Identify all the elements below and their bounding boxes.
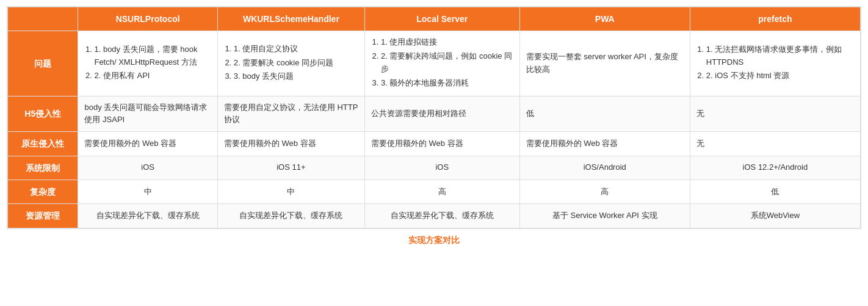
header-wkurlschemehandler: WKURLSchemeHandler <box>217 7 364 31</box>
table-cell-r1-c1: 需要使用自定义协议，无法使用 HTTP 协议 <box>217 96 364 132</box>
table-cell-r4-c0: 中 <box>78 180 217 203</box>
table-cell-r2-c3: 需要使用额外的 Web 容器 <box>519 132 690 156</box>
table-row: 资源管理自实现差异化下载、缓存系统自实现差异化下载、缓存系统自实现差异化下载、缓… <box>8 204 861 228</box>
table-cell-r2-c0: 需要使用额外的 Web 容器 <box>78 132 217 156</box>
table-cell-r2-c2: 需要使用额外的 Web 容器 <box>364 132 519 156</box>
list-item: 2. 需要解决 cookie 同步问题 <box>234 57 358 70</box>
header-pwa: PWA <box>519 7 690 31</box>
table-cell-r2-c4: 无 <box>690 132 860 156</box>
table-cell-r1-c4: 无 <box>690 96 860 132</box>
list-item: 1. body 丢失问题，需要 hook Fetch/ XMLHttpReque… <box>94 43 211 69</box>
table-cell-r0-c1: 1. 使用自定义协议2. 需要解决 cookie 同步问题3. body 丢失问… <box>217 31 364 96</box>
row-header-1: H5侵入性 <box>8 96 78 132</box>
table-cell-r4-c1: 中 <box>217 180 364 203</box>
header-nsurlprotocol: NSURLProtocol <box>78 7 217 31</box>
table-cell-r4-c3: 高 <box>519 180 690 203</box>
table-cell-r5-c4: 系统WebView <box>690 204 860 228</box>
row-header-2: 原生侵入性 <box>8 132 78 156</box>
table-cell-r3-c2: iOS <box>364 156 519 180</box>
table-cell-r5-c2: 自实现差异化下载、缓存系统 <box>364 204 519 228</box>
table-cell-r4-c2: 高 <box>364 180 519 203</box>
list-item: 1. 无法拦截网络请求做更多事情，例如 HTTPDNS <box>706 43 854 69</box>
list-item: 3. body 丢失问题 <box>234 70 358 83</box>
table-row: 问题1. body 丢失问题，需要 hook Fetch/ XMLHttpReq… <box>8 31 861 96</box>
list-item: 2. 使用私有 API <box>94 70 211 82</box>
table-cell-r5-c3: 基于 Service Worker API 实现 <box>519 204 690 228</box>
list-item: 1. 使用虚拟链接 <box>381 36 513 49</box>
table-row: 复杂度中中高高低 <box>8 180 861 203</box>
table-cell-r5-c1: 自实现差异化下载、缓存系统 <box>217 204 364 228</box>
table-cell-r1-c2: 公共资源需要使用相对路径 <box>364 96 519 132</box>
row-header-4: 复杂度 <box>8 180 78 203</box>
list-item: 2. 需要解决跨域问题，例如 cookie 同步 <box>381 50 513 76</box>
row-header-5: 资源管理 <box>8 204 78 228</box>
table-cell-r3-c1: iOS 11+ <box>217 156 364 180</box>
row-header-3: 系统限制 <box>8 156 78 180</box>
table-cell-r0-c0: 1. body 丢失问题，需要 hook Fetch/ XMLHttpReque… <box>78 31 217 96</box>
table-body: 问题1. body 丢失问题，需要 hook Fetch/ XMLHttpReq… <box>8 31 861 228</box>
table-row: H5侵入性body 丢失问题可能会导致网络请求使用 JSAPI需要使用自定义协议… <box>8 96 861 132</box>
header-prefetch: prefetch <box>690 7 860 31</box>
table-cell-r3-c4: iOS 12.2+/Android <box>690 156 860 180</box>
list-item: 3. 额外的本地服务器消耗 <box>381 77 513 90</box>
table-cell-r0-c4: 1. 无法拦截网络请求做更多事情，例如 HTTPDNS2. iOS 不支持 ht… <box>690 31 860 96</box>
list-item: 2. iOS 不支持 html 资源 <box>706 70 854 82</box>
comparison-table-wrapper: NSURLProtocol WKURLSchemeHandler Local S… <box>7 6 861 229</box>
table-cell-r3-c0: iOS <box>78 156 217 180</box>
table-row: 系统限制iOSiOS 11+iOSiOS/AndroidiOS 12.2+/An… <box>8 156 861 180</box>
table-cell-r1-c3: 低 <box>519 96 690 132</box>
header-localserver: Local Server <box>364 7 519 31</box>
table-caption: 实现方案对比 <box>408 235 460 246</box>
table-header-row: NSURLProtocol WKURLSchemeHandler Local S… <box>8 7 861 31</box>
table-cell-r1-c0: body 丢失问题可能会导致网络请求使用 JSAPI <box>78 96 217 132</box>
table-cell-r3-c3: iOS/Android <box>519 156 690 180</box>
table-cell-r2-c1: 需要使用额外的 Web 容器 <box>217 132 364 156</box>
list-item: 1. 使用自定义协议 <box>234 43 358 56</box>
table-cell-r4-c4: 低 <box>690 180 860 203</box>
row-header-0: 问题 <box>8 31 78 96</box>
table-cell-r0-c2: 1. 使用虚拟链接2. 需要解决跨域问题，例如 cookie 同步3. 额外的本… <box>364 31 519 96</box>
table-row: 原生侵入性需要使用额外的 Web 容器需要使用额外的 Web 容器需要使用额外的… <box>8 132 861 156</box>
header-empty <box>8 7 78 31</box>
table-cell-r0-c3: 需要实现一整套 server worker API，复杂度比较高 <box>519 31 690 96</box>
comparison-table: NSURLProtocol WKURLSchemeHandler Local S… <box>7 7 861 228</box>
table-cell-r5-c0: 自实现差异化下载、缓存系统 <box>78 204 217 228</box>
